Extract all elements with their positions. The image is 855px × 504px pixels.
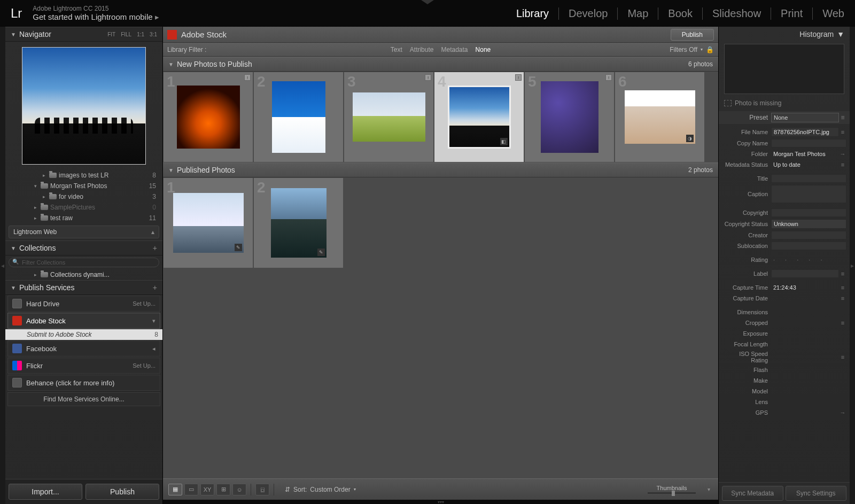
zoom-fit[interactable]: FIT (107, 32, 115, 37)
flag-icon[interactable]: ! (605, 74, 612, 81)
filter-tab-text[interactable]: Text (391, 46, 402, 53)
service-flickr[interactable]: FlickrSet Up... (7, 358, 160, 374)
collections-header[interactable]: ▼ Collections + (5, 241, 162, 255)
nav-web[interactable]: Web (813, 7, 844, 20)
find-more-services-button[interactable]: Find More Services Online... (7, 392, 160, 406)
publish-button-header[interactable]: Publish (671, 29, 714, 41)
badge-icon: ◧ (500, 138, 508, 145)
view-survey-button[interactable]: ⊞ (216, 484, 230, 495)
meta-copyright-status[interactable]: Unknown (771, 219, 846, 229)
add-service-icon[interactable]: + (153, 283, 157, 292)
nav-slideshow[interactable]: Slideshow (703, 7, 771, 20)
nav-map[interactable]: Map (618, 7, 658, 20)
filmstrip-toggle-icon[interactable]: ▾▾▾ (163, 500, 718, 504)
sync-settings-button[interactable]: Sync Settings (786, 486, 847, 501)
filter-tab-none[interactable]: None (476, 46, 491, 53)
hard-drive-icon (12, 299, 22, 308)
get-started-link[interactable]: Get started with Lightroom mobile (33, 12, 159, 22)
service-adobe-stock-submit[interactable]: Submit to Adobe Stock8 (5, 329, 162, 340)
meta-label[interactable] (771, 269, 839, 278)
preset-dropdown[interactable]: None (771, 113, 839, 122)
service-hard-drive[interactable]: Hard DriveSet Up... (7, 296, 160, 312)
view-grid-button[interactable]: ▦ (168, 484, 182, 495)
lock-icon[interactable]: 🔒 (706, 46, 714, 53)
nav-book[interactable]: Book (658, 7, 703, 20)
meta-copy-name[interactable] (771, 139, 846, 148)
thumbnail[interactable]: 6◑ (615, 72, 704, 162)
meta-file-name[interactable]: 87876256noIPTC.jpg (771, 127, 839, 137)
meta-creator[interactable] (771, 231, 846, 239)
flag-icon[interactable]: ! (425, 74, 431, 81)
publish-button[interactable]: Publish (86, 484, 159, 500)
meta-sublocation[interactable] (771, 242, 846, 250)
lightroom-web-button[interactable]: Lightroom Web (9, 226, 159, 238)
meta-caption[interactable] (771, 185, 846, 203)
photo-thumbnail (272, 81, 325, 153)
histogram-header[interactable]: Histogram▼ (719, 27, 850, 42)
publish-services-header[interactable]: ▼ Publish Services + (5, 280, 162, 295)
flag-icon[interactable]: ! (515, 74, 522, 81)
filter-tab-attribute[interactable]: Attribute (410, 46, 434, 53)
thumbnail[interactable]: 3! (344, 72, 433, 162)
chevron-down-icon: ▾ (354, 487, 356, 492)
thumbnail[interactable]: 2✎ (254, 178, 343, 268)
photo-thumbnail: ◑ (625, 90, 695, 144)
menu-icon[interactable]: ≡ (839, 129, 846, 135)
filter-collections-input[interactable]: Filter Collections (9, 258, 159, 267)
zoom-3to1[interactable]: 3:1 (150, 32, 157, 37)
view-compare-button[interactable]: XY (200, 484, 214, 495)
toolbar-collapse-icon[interactable]: ▾ (704, 485, 713, 494)
view-people-button[interactable]: ☺ (232, 484, 246, 495)
thumbnail-selected[interactable]: 4!◧ (434, 72, 524, 162)
menu-icon[interactable]: ≡ (839, 354, 846, 360)
collection-row[interactable]: ▸Collections dynami... (5, 269, 162, 280)
slider-track[interactable] (648, 492, 696, 494)
sync-metadata-button[interactable]: Sync Metadata (722, 486, 783, 501)
thumbnail-size-slider[interactable]: Thumbnails (648, 485, 696, 494)
folder-row[interactable]: ▸test raw11 (5, 213, 162, 223)
folder-row[interactable]: ▸images to test LR8 (5, 170, 162, 181)
nav-print[interactable]: Print (771, 7, 813, 20)
navigator-preview[interactable] (5, 42, 162, 170)
filter-tab-metadata[interactable]: Metadata (441, 46, 468, 53)
goto-icon[interactable]: → (839, 409, 846, 416)
thumbnail[interactable]: 1! (164, 72, 253, 162)
flag-icon[interactable]: ! (244, 74, 251, 81)
service-facebook[interactable]: Facebook◂ (7, 340, 160, 356)
import-button[interactable]: Import... (9, 484, 82, 500)
folder-row[interactable]: ▾Morgan Test Photos15 (5, 181, 162, 191)
menu-icon[interactable]: ≡ (839, 295, 846, 301)
meta-title[interactable] (771, 174, 846, 183)
thumbnail[interactable]: 1✎ (164, 178, 253, 268)
thumbnail[interactable]: 2 (254, 72, 343, 162)
view-loupe-button[interactable]: ▭ (184, 484, 198, 495)
folder-row[interactable]: ▸SamplePictures0 (5, 202, 162, 213)
menu-icon[interactable]: ≡ (839, 114, 846, 121)
spray-tool-button[interactable]: ⌼ (255, 484, 269, 495)
zoom-1to1[interactable]: 1:1 (137, 32, 144, 37)
menu-icon[interactable]: ≡ (839, 320, 846, 326)
folder-row[interactable]: ▸for video3 (5, 191, 162, 202)
meta-copyright[interactable] (771, 208, 846, 217)
menu-icon[interactable]: ≡ (839, 161, 846, 168)
left-panel-toggle-icon[interactable]: ◂ (0, 27, 5, 504)
section-new-photos[interactable]: ▼ New Photos to Publish 6 photos (163, 57, 718, 72)
goto-icon[interactable]: → (839, 151, 846, 157)
filters-off-dropdown[interactable]: Filters Off (670, 46, 697, 53)
nav-library[interactable]: Library (507, 7, 559, 20)
service-adobe-stock[interactable]: Adobe Stock▾ (7, 313, 160, 329)
menu-icon[interactable]: ≡ (839, 284, 846, 291)
add-collection-icon[interactable]: + (153, 244, 157, 252)
section-published-photos[interactable]: ▼ Published Photos 2 photos (163, 162, 718, 177)
sort-direction-icon[interactable]: ⇵ (285, 486, 290, 493)
zoom-fill[interactable]: FILL (121, 32, 131, 37)
nav-develop[interactable]: Develop (559, 7, 618, 20)
meta-rating[interactable]: · · · · · (771, 255, 846, 264)
thumbnail[interactable]: 5! (525, 72, 614, 162)
sort-dropdown[interactable]: Custom Order (310, 486, 350, 493)
navigator-header[interactable]: ▼ Navigator FIT FILL 1:1 3:1 (5, 27, 162, 42)
right-panel-toggle-icon[interactable]: ▸ (850, 27, 855, 504)
menu-icon[interactable]: ≡ (839, 270, 846, 277)
panel-notch-icon[interactable] (421, 0, 434, 4)
service-behance[interactable]: Behance (click for more info) (7, 375, 160, 391)
